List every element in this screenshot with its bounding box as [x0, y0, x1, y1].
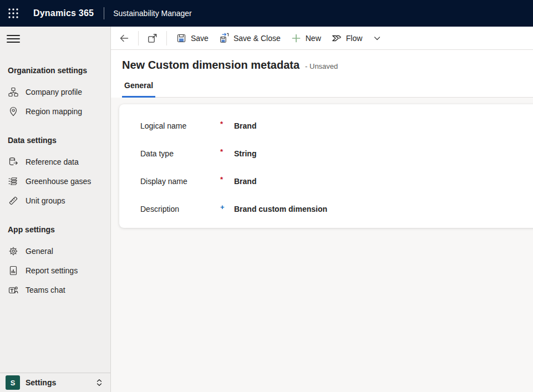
- flow-button[interactable]: Flow: [326, 29, 368, 47]
- section-heading: App settings: [0, 224, 110, 235]
- save-and-close-button[interactable]: Save & Close: [214, 29, 286, 47]
- unsaved-status-badge: - Unsaved: [305, 62, 338, 70]
- database-export-icon: [8, 156, 19, 167]
- teams-icon: [8, 284, 19, 296]
- flow-icon: [331, 33, 342, 44]
- command-bar: Save Save & Close New: [111, 27, 533, 50]
- toolbar-overflow-button[interactable]: [367, 29, 387, 47]
- save-and-close-icon: [219, 33, 230, 44]
- field-row-data-type: Data type * String: [140, 140, 533, 167]
- sidebar-item-reference-data[interactable]: Reference data: [0, 152, 110, 171]
- sidebar: Organization settings Company profile Re…: [0, 27, 111, 392]
- sidebar-item-label: Teams chat: [26, 286, 65, 294]
- field-label: Logical name: [140, 121, 220, 130]
- field-value-description[interactable]: Brand custom dimension: [234, 205, 327, 213]
- app-launcher-icon: [7, 7, 19, 19]
- sidebar-section-data-settings: Data settings Reference data Greenhouse …: [0, 135, 110, 210]
- sidebar-item-company-profile[interactable]: Company profile: [0, 82, 110, 101]
- sidebar-item-report-settings[interactable]: Report settings: [0, 261, 110, 280]
- toolbar-divider: [138, 31, 139, 45]
- section-heading: Data settings: [0, 135, 110, 146]
- sidebar-item-region-mapping[interactable]: Region mapping: [0, 101, 110, 121]
- required-marker: *: [220, 175, 234, 184]
- topbar: Dynamics 365 Sustainability Manager: [0, 0, 533, 27]
- new-button-label: New: [306, 34, 321, 43]
- general-form-card: Logical name * Brand Data type * String …: [119, 104, 533, 228]
- gear-icon: [8, 246, 19, 257]
- org-chart-icon: [8, 86, 19, 98]
- back-arrow-icon: [119, 33, 130, 44]
- map-pin-icon: [8, 106, 19, 117]
- app-launcher-button[interactable]: [0, 0, 27, 27]
- field-value-data-type[interactable]: String: [234, 149, 256, 158]
- flow-button-label: Flow: [346, 34, 363, 43]
- field-value-logical-name[interactable]: Brand: [234, 121, 256, 130]
- brand-title[interactable]: Dynamics 365: [33, 8, 94, 18]
- back-button[interactable]: [114, 29, 134, 47]
- popout-button[interactable]: [143, 29, 163, 47]
- required-marker: *: [220, 120, 234, 128]
- emission-layers-icon: [8, 176, 19, 187]
- save-button[interactable]: Save: [171, 29, 214, 47]
- field-row-logical-name: Logical name * Brand: [140, 112, 533, 140]
- recommended-marker: +: [220, 203, 234, 211]
- sidebar-item-teams-chat[interactable]: Teams chat: [0, 280, 110, 299]
- save-and-close-button-label: Save & Close: [233, 34, 281, 43]
- chevron-updown-icon[interactable]: [95, 378, 104, 387]
- chevron-down-icon: [372, 33, 383, 44]
- page-header: New Custom dimension metadata - Unsaved …: [111, 50, 533, 98]
- environment-badge: S: [6, 375, 20, 390]
- field-label: Display name: [140, 177, 220, 186]
- sidebar-section-app-settings: App settings General Report settings: [0, 224, 110, 299]
- tab-strip: General: [122, 80, 533, 98]
- field-label: Description: [140, 205, 220, 213]
- main-content: Save Save & Close New: [111, 27, 533, 392]
- report-chart-icon: [8, 265, 19, 276]
- open-in-new-window-icon: [147, 33, 158, 44]
- topbar-divider: [104, 7, 104, 19]
- sidebar-item-unit-groups[interactable]: Unit groups: [0, 191, 110, 210]
- sidebar-item-label: General: [26, 247, 53, 256]
- sidebar-item-label: Region mapping: [26, 107, 82, 116]
- field-row-description: Description + Brand custom dimension: [140, 195, 533, 223]
- field-row-display-name: Display name * Brand: [140, 167, 533, 195]
- required-marker: *: [220, 147, 234, 156]
- sidebar-item-general[interactable]: General: [0, 241, 110, 261]
- environment-switcher[interactable]: S Settings: [0, 373, 110, 392]
- sidebar-item-label: Unit groups: [26, 196, 65, 205]
- save-icon: [176, 33, 187, 44]
- new-button[interactable]: New: [286, 29, 326, 47]
- content-area: Logical name * Brand Data type * String …: [111, 98, 533, 392]
- field-label: Data type: [140, 149, 220, 158]
- save-button-label: Save: [191, 34, 209, 43]
- page-title: New Custom dimension metadata: [122, 57, 300, 73]
- ruler-icon: [8, 195, 19, 206]
- sidebar-item-label: Greenhouse gases: [26, 177, 91, 186]
- tab-general[interactable]: General: [122, 80, 155, 98]
- sidebar-item-greenhouse-gases[interactable]: Greenhouse gases: [0, 171, 110, 191]
- sidebar-section-organization-settings: Organization settings Company profile Re…: [0, 65, 110, 121]
- app-name: Sustainability Manager: [113, 9, 192, 18]
- field-value-display-name[interactable]: Brand: [234, 177, 256, 186]
- toolbar-divider: [166, 31, 167, 45]
- hamburger-menu-icon[interactable]: [7, 34, 20, 43]
- sidebar-item-label: Company profile: [26, 88, 82, 96]
- environment-label: Settings: [26, 378, 89, 387]
- section-heading: Organization settings: [0, 65, 110, 76]
- sidebar-item-label: Reference data: [26, 157, 79, 166]
- plus-icon: [291, 33, 302, 44]
- sidebar-item-label: Report settings: [26, 266, 78, 275]
